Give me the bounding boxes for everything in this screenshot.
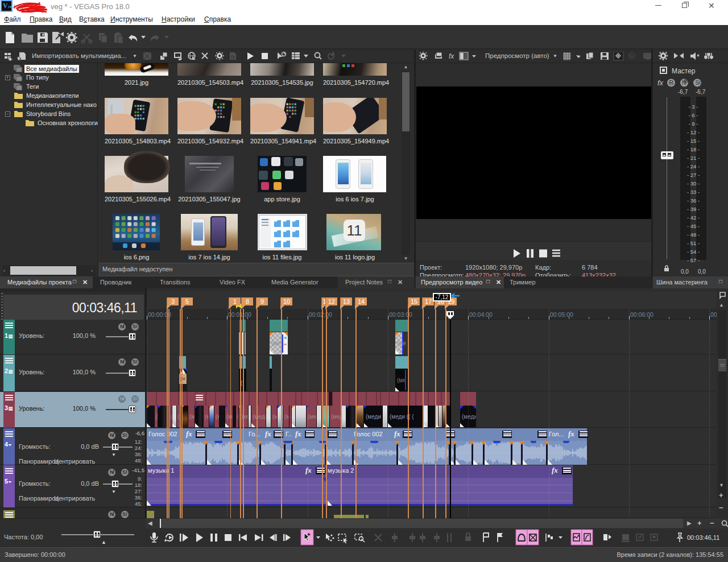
svg-text:N: N	[682, 80, 686, 86]
svg-text:fx: fx	[657, 78, 664, 87]
svg-text:60: 60	[630, 54, 634, 58]
svg-text:fx: fx	[231, 54, 235, 60]
svg-text:!: !	[699, 80, 701, 85]
svg-text:fx: fx	[449, 52, 454, 60]
svg-text:HD: HD	[646, 57, 651, 60]
